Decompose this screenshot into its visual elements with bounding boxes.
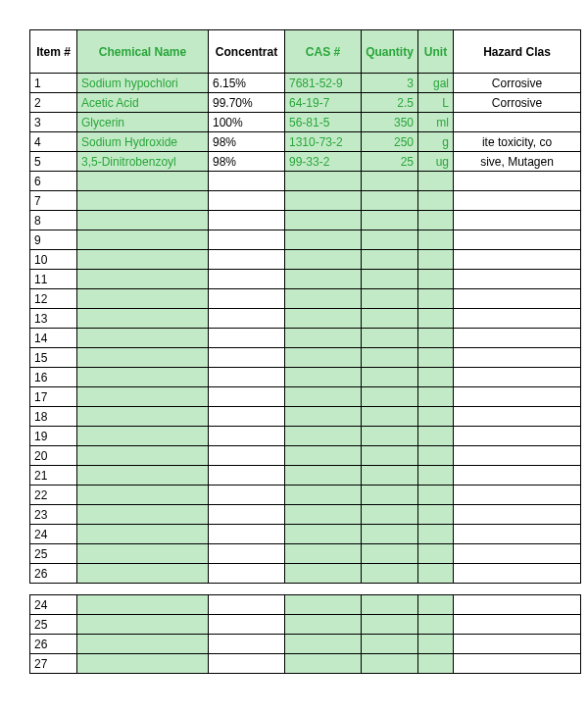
cell-item[interactable]: 17 <box>30 387 77 407</box>
header-quantity[interactable]: Quantity <box>362 30 418 74</box>
cell-hazard[interactable] <box>454 635 581 654</box>
cell-item[interactable]: 7 <box>30 191 77 211</box>
cell-cas[interactable] <box>285 172 362 191</box>
cell-unit[interactable] <box>418 289 454 309</box>
cell-quantity[interactable]: 3 <box>362 74 418 93</box>
cell-chemical-name[interactable] <box>77 446 209 466</box>
cell-unit[interactable]: L <box>418 93 454 113</box>
cell-hazard[interactable] <box>454 250 581 270</box>
cell-item[interactable]: 8 <box>30 211 77 230</box>
cell-item[interactable]: 19 <box>30 427 77 446</box>
cell-concentration[interactable]: 100% <box>209 113 285 132</box>
cell-quantity[interactable]: 250 <box>362 132 418 152</box>
cell-concentration[interactable]: 98% <box>209 132 285 152</box>
cell-hazard[interactable] <box>454 654 581 674</box>
cell-unit[interactable] <box>418 250 454 270</box>
cell-chemical-name[interactable] <box>77 289 209 309</box>
cell-unit[interactable] <box>418 211 454 230</box>
cell-item[interactable]: 26 <box>30 635 77 654</box>
cell-concentration[interactable] <box>209 635 285 654</box>
cell-quantity[interactable]: 350 <box>362 113 418 132</box>
cell-hazard[interactable] <box>454 172 581 191</box>
cell-concentration[interactable] <box>209 309 285 329</box>
cell-chemical-name[interactable]: 3,5-Dinitrobenzoyl <box>77 152 209 172</box>
cell-hazard[interactable]: Corrosive <box>454 93 581 113</box>
cell-cas[interactable] <box>285 505 362 525</box>
cell-chemical-name[interactable] <box>77 191 209 211</box>
cell-chemical-name[interactable] <box>77 615 209 635</box>
cell-hazard[interactable] <box>454 446 581 466</box>
cell-quantity[interactable] <box>362 289 418 309</box>
cell-unit[interactable] <box>418 486 454 505</box>
cell-unit[interactable]: g <box>418 132 454 152</box>
cell-concentration[interactable] <box>209 466 285 486</box>
cell-hazard[interactable] <box>454 466 581 486</box>
cell-unit[interactable] <box>418 309 454 329</box>
cell-item[interactable]: 10 <box>30 250 77 270</box>
cell-chemical-name[interactable] <box>77 505 209 525</box>
cell-concentration[interactable] <box>209 615 285 635</box>
cell-item[interactable]: 21 <box>30 466 77 486</box>
header-hazard[interactable]: Hazard Clas <box>454 30 581 74</box>
cell-chemical-name[interactable] <box>77 309 209 329</box>
cell-quantity[interactable] <box>362 615 418 635</box>
cell-item[interactable]: 12 <box>30 289 77 309</box>
cell-hazard[interactable] <box>454 348 581 368</box>
cell-hazard[interactable] <box>454 191 581 211</box>
cell-cas[interactable] <box>285 486 362 505</box>
cell-cas[interactable] <box>285 329 362 348</box>
cell-item[interactable]: 5 <box>30 152 77 172</box>
cell-unit[interactable] <box>418 466 454 486</box>
cell-unit[interactable]: gal <box>418 74 454 93</box>
cell-chemical-name[interactable]: Sodium Hydroxide <box>77 132 209 152</box>
cell-chemical-name[interactable]: Glycerin <box>77 113 209 132</box>
cell-cas[interactable] <box>285 654 362 674</box>
cell-cas[interactable] <box>285 289 362 309</box>
cell-quantity[interactable] <box>362 407 418 427</box>
cell-quantity[interactable] <box>362 427 418 446</box>
cell-unit[interactable] <box>418 230 454 250</box>
cell-concentration[interactable] <box>209 525 285 544</box>
cell-hazard[interactable] <box>454 387 581 407</box>
cell-item[interactable]: 16 <box>30 368 77 387</box>
cell-item[interactable]: 1 <box>30 74 77 93</box>
cell-hazard[interactable] <box>454 486 581 505</box>
cell-hazard[interactable] <box>454 544 581 564</box>
cell-cas[interactable]: 7681-52-9 <box>285 74 362 93</box>
cell-chemical-name[interactable] <box>77 211 209 230</box>
cell-hazard[interactable] <box>454 211 581 230</box>
cell-item[interactable]: 24 <box>30 595 77 615</box>
cell-quantity[interactable] <box>362 564 418 584</box>
cell-cas[interactable] <box>285 387 362 407</box>
cell-item[interactable]: 15 <box>30 348 77 368</box>
cell-hazard[interactable] <box>454 309 581 329</box>
cell-unit[interactable] <box>418 564 454 584</box>
cell-cas[interactable] <box>285 211 362 230</box>
cell-cas[interactable]: 1310-73-2 <box>285 132 362 152</box>
cell-chemical-name[interactable] <box>77 654 209 674</box>
cell-item[interactable]: 26 <box>30 564 77 584</box>
cell-cas[interactable] <box>285 466 362 486</box>
cell-item[interactable]: 27 <box>30 654 77 674</box>
cell-cas[interactable] <box>285 446 362 466</box>
cell-quantity[interactable] <box>362 505 418 525</box>
cell-chemical-name[interactable] <box>77 270 209 289</box>
cell-quantity[interactable] <box>362 250 418 270</box>
cell-quantity[interactable] <box>362 525 418 544</box>
cell-quantity[interactable]: 2.5 <box>362 93 418 113</box>
cell-concentration[interactable] <box>209 564 285 584</box>
cell-unit[interactable] <box>418 191 454 211</box>
cell-concentration[interactable]: 98% <box>209 152 285 172</box>
cell-chemical-name[interactable] <box>77 230 209 250</box>
cell-quantity[interactable]: 25 <box>362 152 418 172</box>
cell-hazard[interactable] <box>454 525 581 544</box>
cell-quantity[interactable] <box>362 348 418 368</box>
cell-cas[interactable] <box>285 615 362 635</box>
cell-quantity[interactable] <box>362 486 418 505</box>
cell-cas[interactable] <box>285 544 362 564</box>
cell-cas[interactable] <box>285 635 362 654</box>
cell-quantity[interactable] <box>362 446 418 466</box>
cell-item[interactable]: 22 <box>30 486 77 505</box>
cell-hazard[interactable] <box>454 407 581 427</box>
cell-concentration[interactable] <box>209 270 285 289</box>
